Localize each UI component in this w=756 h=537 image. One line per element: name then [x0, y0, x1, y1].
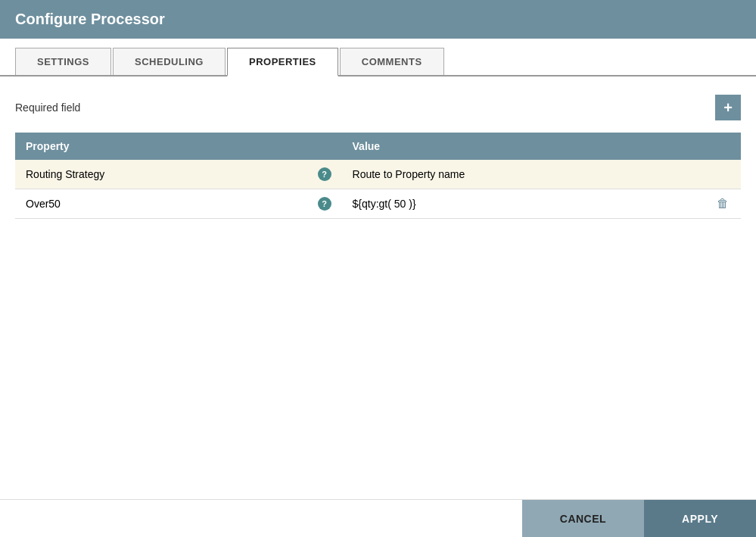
cancel-button[interactable]: CANCEL	[522, 500, 644, 537]
property-name: Routing Strategy	[26, 168, 104, 180]
action-cell	[705, 160, 741, 189]
property-column-header: Property	[15, 133, 342, 160]
help-icon[interactable]: ?	[318, 167, 331, 181]
tabs-container: SETTINGS SCHEDULING PROPERTIES COMMENTS	[0, 39, 756, 76]
property-cell: Routing Strategy ?	[15, 160, 342, 189]
configure-processor-dialog: Configure Processor SETTINGS SCHEDULING …	[0, 0, 756, 537]
content-area: Required field + Property Value Routing …	[0, 76, 756, 499]
dialog-title: Configure Processor	[15, 11, 165, 27]
action-cell: 🗑	[705, 189, 741, 219]
dialog-footer: CANCEL APPLY	[0, 499, 756, 537]
tab-properties[interactable]: PROPERTIES	[227, 48, 338, 76]
property-cell: Over50 ?	[15, 189, 342, 219]
action-column-header	[705, 133, 741, 160]
tab-comments[interactable]: COMMENTS	[340, 48, 444, 75]
dialog-header: Configure Processor	[0, 0, 756, 39]
table-header-row: Property Value	[15, 133, 741, 160]
value-cell: ${qty:gt( 50 )}	[342, 189, 705, 219]
property-name: Over50	[26, 198, 61, 210]
required-field-bar: Required field +	[15, 89, 741, 126]
value-cell: Route to Property name	[342, 160, 705, 189]
properties-table: Property Value Routing Strategy ? Route …	[15, 133, 741, 219]
value-column-header: Value	[342, 133, 705, 160]
tab-settings[interactable]: SETTINGS	[15, 48, 111, 75]
tab-scheduling[interactable]: SCHEDULING	[113, 48, 226, 75]
table-row: Routing Strategy ? Route to Property nam…	[15, 160, 741, 189]
apply-button[interactable]: APPLY	[644, 500, 756, 537]
required-field-label: Required field	[15, 101, 80, 114]
help-icon[interactable]: ?	[318, 197, 331, 211]
table-row: Over50 ? ${qty:gt( 50 )} 🗑	[15, 189, 741, 219]
add-property-button[interactable]: +	[715, 95, 741, 120]
delete-icon[interactable]: 🗑	[717, 197, 729, 210]
